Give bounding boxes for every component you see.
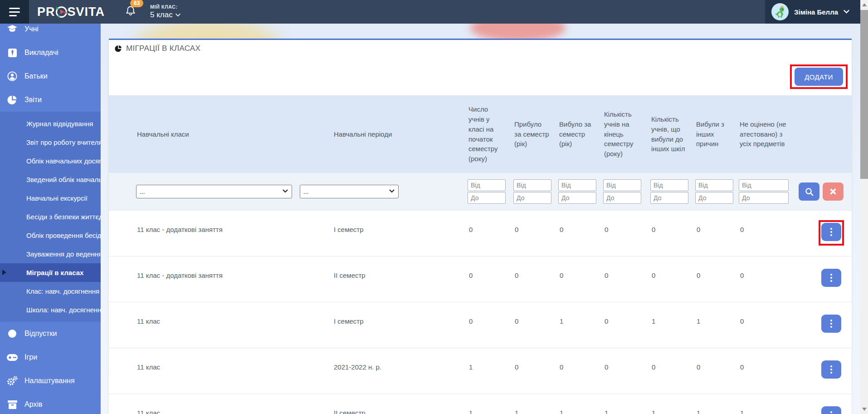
class-cell: 11 клас bbox=[109, 348, 294, 394]
sidebar-item-teachers[interactable]: Викладачі bbox=[0, 41, 101, 64]
notification-badge: 63 bbox=[130, 0, 143, 7]
scrollbar-up-icon[interactable] bbox=[860, 1, 868, 9]
archive-box-icon bbox=[7, 400, 18, 409]
kebab-menu-icon bbox=[830, 274, 832, 276]
sidebar-item-school-achievements[interactable]: Школа: навч. досягнення bbox=[0, 301, 101, 319]
sidebar-item-consolidated-record[interactable]: Зведений облік навчальн bbox=[0, 170, 101, 189]
gamepad-icon bbox=[7, 354, 18, 361]
row-actions-button[interactable] bbox=[821, 406, 841, 414]
user-menu[interactable]: Зіміна Белла bbox=[765, 0, 860, 24]
table-row: 11 клас 2021-2022 н. р. 1 0 0 0 0 0 0 bbox=[109, 348, 852, 394]
close-icon bbox=[830, 188, 836, 195]
annotation-box-add-button: ДОДАТИ bbox=[790, 64, 848, 89]
my-class-value: 5 клас bbox=[150, 10, 173, 20]
topbar: PR SVITA 63 МІЙ КЛАС: 5 клас bbox=[0, 0, 860, 24]
sub-item-label: Журнал відвідування bbox=[26, 120, 93, 128]
value-cell: 1 bbox=[555, 394, 600, 414]
value-cell: 0 bbox=[464, 256, 510, 302]
value-cell: 0 bbox=[600, 211, 647, 256]
scrollbar-thumb[interactable] bbox=[860, 10, 868, 179]
user-circle-icon bbox=[7, 71, 18, 81]
filter-from-input[interactable] bbox=[695, 179, 733, 191]
table-row: 11 клас - додаткові заняття І семестр 0 … bbox=[109, 210, 852, 256]
kebab-menu-icon bbox=[830, 365, 832, 367]
graduation-cap-icon bbox=[7, 25, 18, 33]
page-scrollbar[interactable] bbox=[860, 0, 868, 414]
sidebar-item-class-achievements[interactable]: Клас: навч. досягнення bbox=[0, 282, 101, 301]
value-cell: 0 bbox=[510, 348, 555, 394]
value-cell: 1 bbox=[736, 394, 793, 414]
table-row: 11 клас ІІ семестр 1 1 1 1 1 1 1 bbox=[109, 394, 852, 414]
user-name: Зіміна Белла bbox=[794, 8, 838, 16]
sidebar-item-vacations[interactable]: Відпустки bbox=[0, 322, 101, 345]
chevron-down-icon bbox=[389, 189, 395, 193]
value-cell: 0 bbox=[692, 256, 736, 302]
filter-to-input[interactable] bbox=[558, 192, 596, 204]
sidebar-item-reports[interactable]: Звіти bbox=[0, 88, 101, 112]
filter-to-input[interactable] bbox=[739, 192, 789, 204]
sidebar-item-label: Відпустки bbox=[24, 330, 57, 338]
row-actions-button[interactable] bbox=[821, 315, 841, 333]
sub-item-label: Звіт про роботу вчителя bbox=[26, 138, 101, 146]
value-cell: 1 bbox=[647, 394, 692, 414]
sidebar-item-parents[interactable]: Батьки bbox=[0, 64, 101, 88]
sidebar-item-class-migrations[interactable]: Міграції в класах bbox=[0, 263, 101, 282]
kebab-menu-icon bbox=[830, 411, 832, 413]
filter-from-input[interactable] bbox=[558, 179, 596, 191]
brand-text-right: SVITA bbox=[68, 5, 105, 19]
clear-filter-button[interactable] bbox=[823, 182, 844, 201]
scrollbar-down-icon[interactable] bbox=[860, 405, 868, 413]
dino-avatar-icon bbox=[773, 5, 787, 19]
row-actions-button[interactable] bbox=[821, 360, 841, 379]
filter-from-input[interactable] bbox=[603, 179, 641, 191]
table-header-row: Навчальні класи Навчальні періоди Число … bbox=[109, 95, 852, 173]
filter-from-input[interactable] bbox=[468, 179, 506, 191]
sidebar-item-teacher-work-report[interactable]: Звіт про роботу вчителя bbox=[0, 133, 101, 152]
value-cell: 0 bbox=[600, 256, 647, 302]
sidebar-item-talks-record[interactable]: Облік проведення бесід, і bbox=[0, 226, 101, 245]
sub-item-label: Облік проведення бесід, і bbox=[26, 232, 101, 239]
filter-from-input[interactable] bbox=[650, 179, 688, 191]
sidebar-item-achievement-record[interactable]: Облік навчальних досягн bbox=[0, 152, 101, 170]
sidebar-item-settings[interactable]: Налаштування bbox=[0, 369, 101, 393]
logo-play-icon bbox=[56, 6, 67, 18]
sidebar-item-students[interactable]: Учні bbox=[0, 24, 101, 41]
period-filter-select[interactable]: ... bbox=[300, 185, 399, 198]
page-title: МІГРАЦІЇ В КЛАСАХ bbox=[126, 44, 200, 53]
sidebar-item-journal-remarks[interactable]: Зауваження до ведення ж bbox=[0, 245, 101, 263]
pie-chart-icon bbox=[115, 45, 122, 52]
my-class-selector[interactable]: МІЙ КЛАС: 5 клас bbox=[150, 4, 180, 20]
filter-from-input[interactable] bbox=[513, 179, 551, 191]
active-item-arrow-icon bbox=[2, 270, 6, 275]
app-logo[interactable]: PR SVITA bbox=[37, 5, 105, 19]
period-cell: І семестр bbox=[294, 211, 464, 256]
search-button[interactable] bbox=[799, 182, 819, 201]
sidebar-item-games[interactable]: Ігри bbox=[0, 345, 101, 369]
row-actions-button[interactable] bbox=[821, 269, 841, 287]
search-icon bbox=[805, 187, 814, 196]
filter-to-input[interactable] bbox=[513, 192, 551, 204]
sub-item-label: Міграції в класах bbox=[26, 269, 83, 276]
sidebar-item-safety-talks[interactable]: Бесіди з безпеки життєдія bbox=[0, 207, 101, 226]
filter-to-input[interactable] bbox=[695, 192, 733, 204]
filter-to-input[interactable] bbox=[468, 192, 506, 204]
filter-from-input[interactable] bbox=[739, 179, 789, 191]
brand-text-left: PR bbox=[37, 5, 55, 19]
class-filter-select[interactable]: ... bbox=[136, 185, 292, 198]
sub-item-label: Зведений облік навчальн bbox=[26, 176, 101, 183]
value-cell: 0 bbox=[464, 211, 510, 256]
notifications-button[interactable]: 63 bbox=[125, 5, 137, 19]
annotation-box-row-action bbox=[819, 220, 844, 246]
filter-to-input[interactable] bbox=[650, 192, 688, 204]
sidebar-item-excursions[interactable]: Навчальні екскурсії bbox=[0, 189, 101, 207]
sidebar-item-attendance-journal[interactable]: Журнал відвідування bbox=[0, 114, 101, 133]
row-actions-button[interactable] bbox=[821, 223, 841, 241]
sidebar-item-archive[interactable]: Архів bbox=[0, 393, 101, 414]
sidebar-item-label: Учні bbox=[24, 25, 39, 33]
add-button[interactable]: ДОДАТИ bbox=[795, 68, 843, 86]
table-row: 11 клас І семестр 0 0 1 0 1 1 0 bbox=[109, 302, 852, 348]
value-cell: 0 bbox=[692, 211, 736, 256]
sub-item-label: Бесіди з безпеки життєдія bbox=[26, 213, 101, 221]
hamburger-menu-icon[interactable] bbox=[0, 0, 29, 24]
filter-to-input[interactable] bbox=[603, 192, 641, 204]
